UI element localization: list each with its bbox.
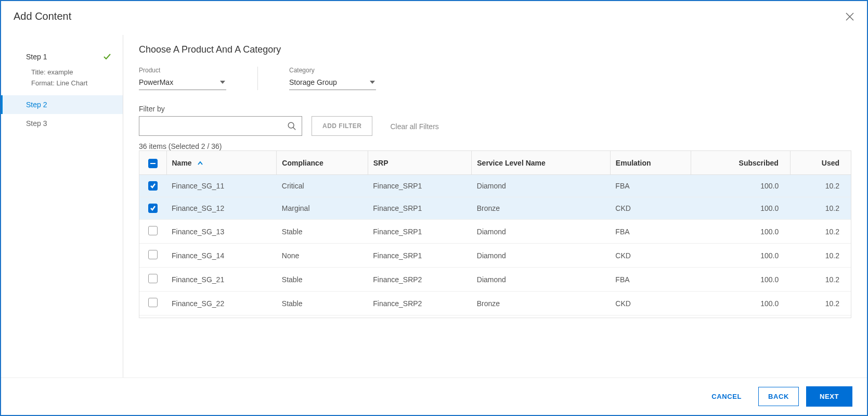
cell-sub: 100.0 bbox=[691, 268, 790, 292]
col-name[interactable]: Name bbox=[166, 151, 277, 175]
row-checkbox[interactable] bbox=[148, 274, 158, 283]
category-select-group: Category Storage Group bbox=[257, 67, 376, 90]
cell-name: Finance_SG_13 bbox=[166, 220, 277, 244]
col-compliance[interactable]: Compliance bbox=[277, 151, 368, 175]
row-checkbox[interactable] bbox=[148, 204, 158, 213]
cell-sln: Diamond bbox=[472, 244, 611, 268]
step-3[interactable]: Step 3 bbox=[1, 114, 123, 133]
step-2[interactable]: Step 2 bbox=[1, 95, 123, 114]
cell-sln: Diamond bbox=[472, 220, 611, 244]
step-1[interactable]: Step 1 bbox=[1, 47, 123, 66]
cell-used: 10.2 bbox=[790, 175, 851, 197]
cell-sln: Bronze bbox=[472, 197, 611, 220]
product-select-group: Product PowerMax bbox=[139, 67, 226, 90]
step-1-label: Step 1 bbox=[26, 53, 47, 61]
col-srp[interactable]: SRP bbox=[368, 151, 472, 175]
svg-marker-2 bbox=[220, 81, 225, 84]
step-1-subs: Title: example Format: Line Chart bbox=[1, 66, 123, 88]
add-filter-button[interactable]: ADD FILTER bbox=[312, 116, 372, 136]
table-row[interactable]: Finance_SG_12MarginalFinance_SRP1BronzeC… bbox=[139, 197, 851, 220]
storage-group-table: Name Compliance SRP Service Level Name E… bbox=[139, 151, 851, 316]
clear-filters-link[interactable]: Clear all Filters bbox=[390, 122, 438, 136]
cell-compliance: Critical bbox=[277, 175, 368, 197]
modal-header: Add Content bbox=[1, 1, 867, 35]
product-select[interactable]: PowerMax bbox=[139, 76, 226, 90]
cell-emu: CKD bbox=[610, 197, 691, 220]
cell-emu: CKD bbox=[610, 292, 691, 316]
modal-title: Add Content bbox=[14, 10, 71, 22]
back-button[interactable]: BACK bbox=[758, 387, 799, 406]
cell-srp: Finance_SRP2 bbox=[368, 268, 472, 292]
row-select-cell bbox=[139, 292, 166, 316]
col-compliance-label: Compliance bbox=[282, 159, 323, 167]
row-checkbox[interactable] bbox=[148, 226, 158, 235]
row-checkbox[interactable] bbox=[148, 181, 158, 191]
modal-body: Step 1 Title: example Format: Line Chart… bbox=[1, 35, 867, 377]
cell-sub: 100.0 bbox=[691, 244, 790, 268]
cell-compliance: Stable bbox=[277, 220, 368, 244]
filter-input[interactable] bbox=[145, 121, 287, 131]
modal-footer: CANCEL BACK NEXT bbox=[1, 377, 867, 415]
filter-input-wrap bbox=[139, 116, 302, 136]
category-select[interactable]: Storage Group bbox=[289, 76, 376, 90]
table-row[interactable]: Finance_SG_13StableFinance_SRP1DiamondFB… bbox=[139, 220, 851, 244]
cell-name: Finance_SG_11 bbox=[166, 175, 277, 197]
cell-sub: 100.0 bbox=[691, 220, 790, 244]
col-used[interactable]: Used bbox=[790, 151, 851, 175]
table-row[interactable]: Finance_SG_22StableFinance_SRP2BronzeCKD… bbox=[139, 292, 851, 316]
row-checkbox[interactable] bbox=[148, 298, 158, 307]
selects-row: Product PowerMax Category Storage Group bbox=[139, 67, 851, 90]
select-all-header bbox=[139, 151, 166, 175]
cell-srp: Finance_SRP1 bbox=[368, 175, 472, 197]
cell-srp: Finance_SRP1 bbox=[368, 220, 472, 244]
cell-sln: Bronze bbox=[472, 292, 611, 316]
row-checkbox[interactable] bbox=[148, 250, 158, 259]
col-sub[interactable]: Subscribed bbox=[691, 151, 790, 175]
col-sln-label: Service Level Name bbox=[477, 159, 546, 167]
cell-emu: CKD bbox=[610, 244, 691, 268]
cell-sub: 100.0 bbox=[691, 175, 790, 197]
cell-compliance: None bbox=[277, 244, 368, 268]
cell-sln: Diamond bbox=[472, 268, 611, 292]
cell-name: Finance_SG_14 bbox=[166, 244, 277, 268]
category-value: Storage Group bbox=[289, 78, 337, 86]
cell-compliance: Marginal bbox=[277, 197, 368, 220]
row-select-cell bbox=[139, 244, 166, 268]
col-emu[interactable]: Emulation bbox=[610, 151, 691, 175]
row-select-cell bbox=[139, 175, 166, 197]
next-button[interactable]: NEXT bbox=[806, 386, 852, 407]
cell-emu: FBA bbox=[610, 268, 691, 292]
table-row[interactable]: Finance_SG_14NoneFinance_SRP1DiamondCKD1… bbox=[139, 244, 851, 268]
cell-used: 10.2 bbox=[790, 244, 851, 268]
cell-srp: Finance_SRP1 bbox=[368, 244, 472, 268]
table-row[interactable]: Finance_SG_11CriticalFinance_SRP1Diamond… bbox=[139, 175, 851, 197]
table-scroll[interactable]: Name Compliance SRP Service Level Name E… bbox=[139, 150, 851, 318]
cell-compliance: Stable bbox=[277, 292, 368, 316]
selection-count: 36 items (Selected 2 / 36) bbox=[139, 142, 851, 150]
col-emu-label: Emulation bbox=[616, 159, 651, 167]
close-icon[interactable] bbox=[845, 12, 854, 21]
cell-srp: Finance_SRP2 bbox=[368, 292, 472, 316]
cell-emu: FBA bbox=[610, 175, 691, 197]
select-all-checkbox[interactable] bbox=[148, 159, 158, 168]
cell-name: Finance_SG_12 bbox=[166, 197, 277, 220]
cell-sub: 100.0 bbox=[691, 197, 790, 220]
filter-group: Filter by bbox=[139, 105, 302, 136]
cell-used: 10.2 bbox=[790, 197, 851, 220]
step-2-label: Step 2 bbox=[26, 100, 47, 109]
svg-marker-3 bbox=[370, 81, 375, 84]
col-sln[interactable]: Service Level Name bbox=[472, 151, 611, 175]
cell-srp: Finance_SRP1 bbox=[368, 197, 472, 220]
table-row[interactable]: Finance_SG_21StableFinance_SRP2DiamondFB… bbox=[139, 268, 851, 292]
product-value: PowerMax bbox=[139, 78, 173, 86]
cancel-button[interactable]: CANCEL bbox=[702, 387, 751, 406]
caret-down-icon bbox=[370, 81, 375, 84]
svg-line-5 bbox=[293, 128, 296, 130]
col-sub-label: Subscribed bbox=[739, 159, 779, 167]
svg-point-4 bbox=[288, 122, 294, 128]
product-label: Product bbox=[139, 67, 226, 74]
caret-down-icon bbox=[220, 81, 225, 84]
search-icon[interactable] bbox=[287, 121, 296, 131]
cell-name: Finance_SG_22 bbox=[166, 292, 277, 316]
col-name-label: Name bbox=[172, 159, 192, 167]
